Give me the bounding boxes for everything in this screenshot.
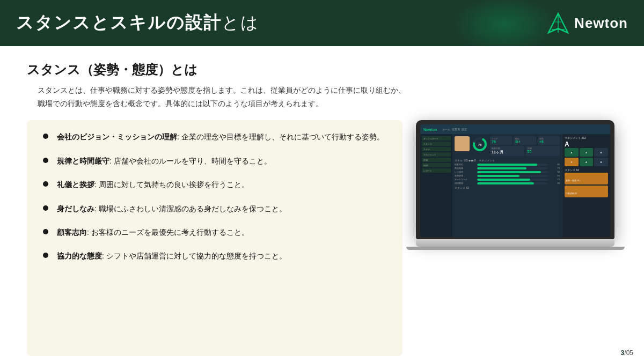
logo-area: Newton <box>547 12 628 34</box>
bullet-text: 顧客志向: お客様のニーズを最優先に考え行動すること。 <box>57 226 249 238</box>
skill-row: レジ操作 90 <box>455 171 560 173</box>
stat-box-score: スコア 75 <box>490 136 512 145</box>
skill-row: チームワーク 75 <box>455 178 560 181</box>
bullet-dot <box>43 134 48 139</box>
laptop-area: Newton ホーム 従業員 設定 ダッシュボード スタンス <box>413 120 617 250</box>
bullet-text: 礼儀と挨拶: 周囲に対して気持ちの良い挨拶を行うこと。 <box>57 179 249 190</box>
dash-profile-row: 75 スコア 75 <box>455 136 560 157</box>
management-section: マネジメント 312 A A A B C A B <box>565 136 608 166</box>
header: スタンスとスキルの設計とは Newton <box>0 0 644 46</box>
bullet-dot <box>43 229 48 234</box>
dash-nav: ホーム 従業員 設定 <box>442 128 467 131</box>
panel-cell: C <box>565 158 579 166</box>
bullet-dot <box>43 253 48 258</box>
dash-skills-section: スキル 165 ■■■ B マネジメント 接客対応 85 商品知識 <box>455 159 560 189</box>
panel-grid: A A B C A B <box>565 148 608 166</box>
dash-avatar <box>455 136 470 151</box>
laptop-mockup: Newton ホーム 従業員 設定 ダッシュボード スタンス <box>416 120 614 250</box>
content-area: 会社のビジョン・ミッションの理解: 企業の理念や目標を理解し、それに基づいて行動… <box>27 120 617 356</box>
dash-donut-chart: 75 <box>472 136 488 152</box>
bullet-item: 協力的な態度: シフトや店舗運営に対して協力的な態度を持つこと。 <box>43 250 386 262</box>
dash-header: Newton ホーム 従業員 設定 <box>420 124 610 134</box>
sidebar-item: レポート <box>422 168 451 173</box>
sidebar-item: 目標 <box>422 163 451 167</box>
panel-cell: A <box>580 158 594 166</box>
dash-main-area: 75 スコア 75 <box>452 134 562 237</box>
sidebar-item: ダッシュボード <box>422 136 451 141</box>
skill-row: 商品知識 70 <box>455 167 560 169</box>
laptop-base <box>416 239 614 247</box>
laptop-bottom <box>406 247 625 250</box>
bullet-dot <box>43 205 48 211</box>
bullet-dot <box>43 181 48 187</box>
panel-cell: A <box>580 148 594 157</box>
header-title-suffix: とは <box>222 13 259 32</box>
dash-sidebar: ダッシュボード スタンス スキル マネジメント 評価 目標 レポート <box>420 134 452 237</box>
section-description: スタンスとは、仕事や職務に対する姿勢や態度を指します。これは、従業員がどのように… <box>38 84 617 110</box>
panel-cell: B <box>594 148 608 157</box>
total-pages: 05 <box>626 349 633 357</box>
stat-box-growth: 成長 +5 <box>538 136 560 145</box>
stat-row-1: スコア 75 順位 B+ <box>490 136 560 145</box>
bullet-item: 顧客志向: お客様のニーズを最優先に考え行動すること。 <box>43 226 386 238</box>
dash-right-panel: マネジメント 312 A A A B C A B <box>562 134 610 237</box>
bullet-text: 身だしなみ: 職場にふさわしい清潔感のある身だしなみを保つこと。 <box>57 203 287 215</box>
bullet-item: 規律と時間厳守: 店舗や会社のルールを守り、時間を守ること。 <box>43 155 386 167</box>
dash-stats: スコア 75 順位 B+ <box>490 136 560 157</box>
skill-row: 在庫管理 60 <box>455 174 560 177</box>
bullet-item: 会社のビジョン・ミッションの理解: 企業の理念や目標を理解し、それに基づいて行動… <box>43 131 386 143</box>
bullet-text: 規律と時間厳守: 店舗や会社のルールを守り、時間を守ること。 <box>57 155 272 167</box>
laptop-screen: Newton ホーム 従業員 設定 ダッシュボード スタンス <box>420 124 610 237</box>
svg-text:75: 75 <box>478 143 482 146</box>
panel-cell-wide: 姿勢・態度: B+ <box>565 173 608 184</box>
sidebar-item: スタンス <box>422 142 451 146</box>
newton-logo-icon <box>547 12 569 34</box>
stat-row-2: 勤務月数 11ヶ月 評価 55 <box>490 146 560 156</box>
bullets-box: 会社のビジョン・ミッションの理解: 企業の理念や目標を理解し、それに基づいて行動… <box>27 120 402 356</box>
desc-line2: 職場での行動や態度を含む概念です。具体的には以下のような項目が考えられます。 <box>38 99 323 108</box>
skill-row: 接客対応 85 <box>455 163 560 166</box>
desc-line1: スタンスとは、仕事や職務に対する姿勢や態度を指します。これは、従業員がどのように… <box>38 86 406 94</box>
header-title-main: スタンスとスキルの設計 <box>16 13 222 32</box>
header-title: スタンスとスキルの設計とは <box>16 11 259 35</box>
bullet-text: 協力的な態度: シフトや店舗運営に対して協力的な態度を持つこと。 <box>57 250 287 262</box>
bullet-item: 礼儀と挨拶: 周囲に対して気持ちの良い挨拶を行うこと。 <box>43 179 386 190</box>
panel-cell: A <box>565 148 579 157</box>
main-content: スタンス（姿勢・態度）とは スタンスとは、仕事や職務に対する姿勢や態度を指します… <box>0 46 644 362</box>
stat-box-rank: 順位 B+ <box>514 136 536 145</box>
footer: 3/05 <box>621 349 633 357</box>
dash-body: ダッシュボード スタンス スキル マネジメント 評価 目標 レポート <box>420 134 610 237</box>
stat-box-eval: 評価 55 <box>526 146 560 156</box>
skill-row: 清掃整頓 80 <box>455 182 560 184</box>
bullet-item: 身だしなみ: 職場にふさわしい清潔感のある身だしなみを保つこと。 <box>43 203 386 215</box>
skill-section-label: スキル 165 ■■■ B マネジメント <box>455 159 560 162</box>
panel-cell-wide: 行動規範: B <box>565 186 608 197</box>
sidebar-item: マネジメント <box>422 152 451 157</box>
section-title: スタンス（姿勢・態度）とは <box>27 61 617 78</box>
stat-box-months: 勤務月数 11ヶ月 <box>490 146 524 156</box>
dash-logo: Newton <box>423 128 437 131</box>
logo-text: Newton <box>574 15 628 32</box>
laptop-screen-outer: Newton ホーム 従業員 設定 ダッシュボード スタンス <box>416 120 614 239</box>
sidebar-item: 評価 <box>422 158 451 162</box>
stance-panel-section: スタンス 62 姿勢・態度: B+ 行動規範: B <box>565 168 608 197</box>
stance-label: スタンス 62 <box>455 186 560 189</box>
panel-cell: B <box>594 158 608 166</box>
bullet-text: 会社のビジョン・ミッションの理解: 企業の理念や目標を理解し、それに基づいて行動… <box>57 131 384 143</box>
bullet-dot <box>43 158 48 163</box>
sidebar-item: スキル <box>422 147 451 151</box>
